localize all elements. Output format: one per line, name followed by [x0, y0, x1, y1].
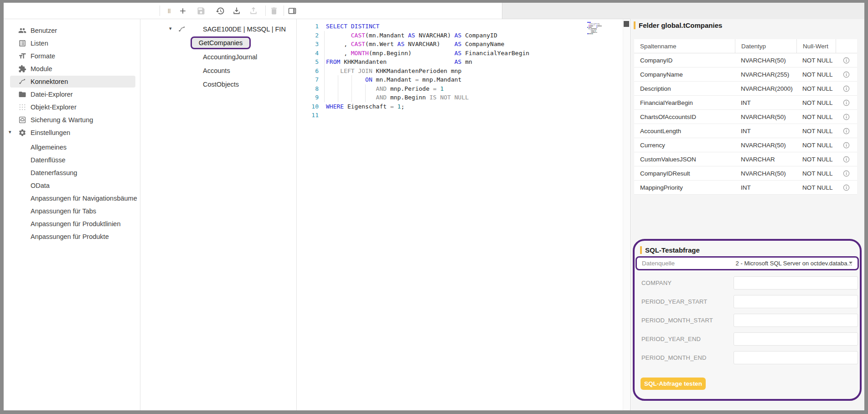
sidebar-subitem-anpassungen-f-r-navigationsb-ume[interactable]: Anpassungen für Navigationsbäume: [4, 192, 140, 205]
info-icon[interactable]: [836, 138, 857, 152]
sidebar-subitem-datenerfassung[interactable]: Datenerfassung: [4, 166, 140, 179]
sidebar-subitem-allgemeines[interactable]: Allgemeines: [4, 141, 140, 154]
line-number: 8: [297, 84, 319, 93]
minimap-line: [587, 32, 615, 33]
code-token: KHKMandantenPerioden mnp: [372, 67, 462, 74]
param-row-period-month-start: PERIOD_MONTH_START: [636, 314, 859, 327]
line-number: 1: [297, 22, 319, 31]
code-token: NVARCHAR): [415, 32, 455, 39]
drag-handle-icon[interactable]: [163, 5, 176, 17]
code-token: CompanyID: [461, 32, 497, 39]
code-token: =: [390, 103, 394, 110]
editor-scrollbar[interactable]: [623, 19, 629, 410]
tree-item-accountingjournal[interactable]: AccountingJournal: [140, 50, 296, 64]
sql-code[interactable]: SELECT DISTINCT CAST(mn.Mandant AS NVARC…: [326, 22, 529, 120]
sidebar-subitem-anpassungen-f-r-produktlinien[interactable]: Anpassungen für Produktlinien: [4, 217, 140, 230]
minimap-line: [587, 35, 615, 36]
list-icon: [18, 39, 26, 47]
tree-item-label: AccountingJournal: [203, 50, 257, 64]
info-icon[interactable]: [836, 166, 857, 180]
sidebar-item-benutzer[interactable]: Benutzer: [4, 24, 140, 37]
connector-icon: [18, 78, 26, 86]
param-label: PERIOD_YEAR_START: [641, 295, 708, 308]
code-token: mn: [461, 58, 472, 65]
param-row-period-month-end: PERIOD_MONTH_END: [636, 351, 859, 364]
code-line: LEFT JOIN KHKMandantenPerioden mnp: [326, 67, 529, 76]
code-token: [326, 67, 340, 74]
sidebar-subitem-datenfl-sse[interactable]: Datenflüsse: [4, 154, 140, 166]
param-input-period-year-start[interactable]: [734, 295, 858, 308]
sql-test-section: SQL-Testabfrage Datenquelle 2 - Microsof…: [633, 239, 862, 401]
sql-test-button[interactable]: SQL-Abfrage testen: [641, 378, 706, 390]
fields-panel-title: Felder global.tCompanies: [634, 21, 722, 29]
field-type-cell: NVARCHAR(50): [735, 166, 796, 180]
chevron-down-icon[interactable]: ▾: [9, 129, 11, 135]
code-token: mn.Mandant: [372, 76, 415, 83]
code-line: SELECT DISTINCT: [326, 22, 529, 31]
field-type-cell: NVARCHAR: [735, 152, 796, 166]
code-token: [326, 32, 351, 39]
code-token: LEFT JOIN: [340, 67, 372, 74]
line-number: 3: [297, 40, 319, 49]
code-token: FinancialYearBegin: [461, 50, 529, 57]
sidebar-item-datei-explorer[interactable]: Datei-Explorer: [4, 88, 140, 101]
add-icon[interactable]: [176, 5, 189, 17]
info-icon[interactable]: [836, 152, 857, 166]
datasource-row: Datenquelle 2 - Microsoft SQL Server on …: [636, 256, 859, 270]
minimap-line: [587, 33, 615, 34]
info-icon[interactable]: [836, 96, 857, 109]
format-icon: [18, 52, 26, 60]
param-input-company[interactable]: [734, 276, 858, 290]
param-input-period-month-start[interactable]: [734, 314, 858, 327]
minimap[interactable]: [587, 22, 615, 36]
sidebar-item-objekt-explorer[interactable]: Objekt-Explorer: [4, 101, 140, 114]
table-row-financialyearbegin: FinancialYearBeginINTNOT NULL: [634, 96, 857, 110]
param-input-period-year-end[interactable]: [734, 332, 858, 346]
code-token: IS NOT NULL: [429, 94, 469, 101]
indent-guide: [351, 75, 352, 102]
param-input-period-month-end[interactable]: [734, 351, 858, 364]
code-token: AS: [398, 41, 405, 47]
sidebar-subitem-anpassungen-f-r-produkte[interactable]: Anpassungen für Produkte: [4, 230, 140, 243]
table-row-companyid: CompanyIDNVARCHAR(50)NOT NULL: [634, 53, 857, 67]
code-token: mnp.Beginn: [387, 94, 429, 101]
sidebar-item-konnektoren[interactable]: Konnektoren: [4, 75, 140, 88]
sidebar-item-label: Konnektoren: [31, 75, 68, 88]
tree-item-costobjects[interactable]: CostObjects: [140, 78, 296, 91]
code-token: CAST: [351, 41, 365, 47]
line-number: 6: [297, 67, 319, 76]
sidebar-subitem-odata[interactable]: OData: [4, 179, 140, 192]
restore-icon[interactable]: [214, 5, 227, 17]
param-label: PERIOD_MONTH_END: [641, 351, 707, 364]
chevron-down-icon[interactable]: ▾: [169, 26, 172, 31]
code-token: KHKMandanten: [340, 58, 454, 65]
tree-item-accounts[interactable]: Accounts: [140, 64, 296, 78]
info-icon[interactable]: [836, 67, 857, 81]
tree-root-sage100de[interactable]: ▾ SAGE100DE | MSSQL | FIN: [140, 23, 296, 36]
info-icon[interactable]: [836, 181, 857, 194]
code-line: WHERE Eigenschaft = 1;: [326, 102, 529, 111]
sidebar-subitem-anpassungen-f-r-tabs[interactable]: Anpassungen für Tabs: [4, 205, 140, 217]
sidebar-item-einstellungen[interactable]: ▾Einstellungen: [4, 126, 140, 139]
info-icon[interactable]: [836, 124, 857, 138]
sidebar-item-module[interactable]: Module: [4, 62, 140, 75]
param-label: PERIOD_YEAR_END: [641, 332, 701, 346]
sidebar-item-formate[interactable]: Formate: [4, 50, 140, 62]
datasource-select[interactable]: 2 - Microsoft SQL Server on octdev.datab…: [730, 258, 858, 269]
info-icon[interactable]: [836, 53, 857, 67]
sidebar-item-label: Sicherung & Wartung: [31, 114, 93, 126]
toolbar-separator: [160, 5, 160, 16]
field-name-cell: FinancialYearBegin: [634, 96, 735, 109]
field-name-cell: CompanyID: [634, 53, 735, 67]
sidebar-item-listen[interactable]: Listen: [4, 37, 140, 50]
info-icon[interactable]: [836, 82, 857, 95]
download-icon[interactable]: [230, 5, 243, 17]
panel-toggle-icon[interactable]: [286, 5, 299, 17]
info-icon[interactable]: [836, 110, 857, 124]
code-line: AND mnp.Periode = 1: [326, 84, 529, 93]
line-numbers: 1234567891011: [297, 22, 319, 120]
scrollbar-thumb[interactable]: [624, 21, 629, 27]
tree-item-getcompanies[interactable]: GetCompanies: [140, 36, 296, 50]
sql-editor[interactable]: 1234567891011 SELECT DISTINCT CAST(mn.Ma…: [297, 19, 630, 410]
sidebar-item-sicherung-wartung[interactable]: Sicherung & Wartung: [4, 114, 140, 126]
